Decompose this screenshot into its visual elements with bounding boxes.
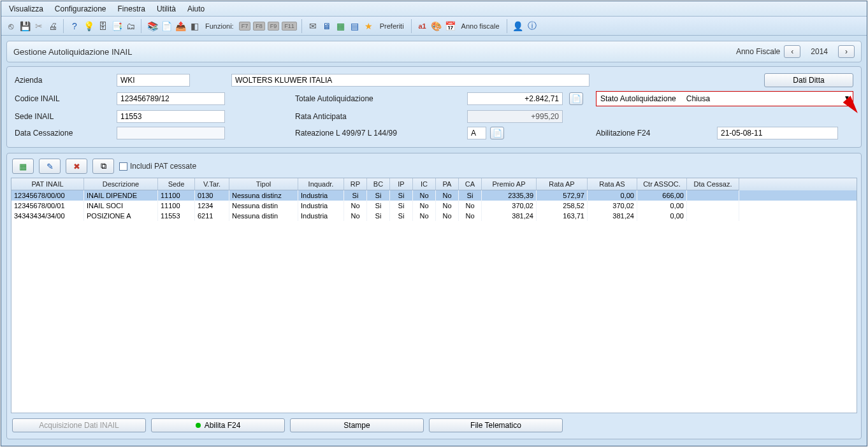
includi-pat-checkbox[interactable] (119, 162, 127, 171)
db2-icon[interactable]: 📑 (111, 20, 122, 32)
acquisizione-dati-button[interactable]: Acquisizione Dati INAIL (12, 418, 146, 432)
excel-icon[interactable]: ▦ (335, 20, 347, 32)
azienda-label: Azienda (15, 76, 110, 85)
anno-fiscale-label[interactable]: Anno fiscale (459, 22, 502, 30)
f8-key[interactable]: F8 (253, 22, 265, 31)
stato-value: Chiusa (683, 94, 853, 103)
toolbar: ⎋ 💾 ✂ 🖨 ? 💡 🗄 📑 🗂 📚 📄 📤 ◧ Funzioni: F7 F… (1, 17, 867, 36)
status-dot-icon (196, 423, 201, 428)
data-cessazione-label: Data Cessazione (15, 129, 110, 138)
f7-key[interactable]: F7 (239, 22, 251, 31)
table-row[interactable]: 34343434/34/00POSIZIONE A115536211Nessun… (11, 211, 857, 221)
menu-bar: Visualizza Configurazione Finestra Utili… (1, 1, 867, 17)
menu-visualizza[interactable]: Visualizza (4, 3, 48, 15)
save-icon[interactable]: 💾 (19, 20, 31, 32)
doc-icon[interactable]: 📄 (161, 20, 172, 32)
table-row[interactable]: 12345678/00/00INAIL DIPENDE111000130Ness… (11, 190, 857, 201)
abilita-f24-button[interactable]: Abilita F24 (151, 418, 285, 432)
bottom-buttons: Acquisizione Dati INAIL Abilita F24 Stam… (11, 413, 857, 432)
table-toolbar: ▦ ✎ ✖ ⧉ Includi PAT cessate (11, 157, 857, 178)
exit-icon[interactable]: ⎋ (5, 20, 17, 32)
info-icon[interactable]: ⓘ (526, 20, 538, 32)
stampe-button[interactable]: Stampe (290, 418, 424, 432)
sede-inail-label: Sede INAIL (15, 112, 110, 121)
copy-row-button[interactable]: ⧉ (92, 159, 114, 174)
rateazione-field[interactable]: A (467, 127, 486, 139)
dati-ditta-button[interactable]: Dati Ditta (764, 73, 853, 87)
stato-autoliquidazione-dropdown[interactable]: Stato Autoliquidazione Chiusa ▼ (596, 91, 853, 106)
menu-finestra[interactable]: Finestra (113, 3, 150, 15)
palette-icon[interactable]: 🎨 (431, 20, 442, 32)
print-icon[interactable]: 🖨 (47, 20, 59, 32)
file-telematico-button[interactable]: File Telematico (429, 418, 563, 432)
rateazione-label: Rateazione L 499/97 L 144/99 (295, 129, 461, 138)
edit-row-button[interactable]: ✎ (39, 159, 61, 174)
rata-anticipata-label: Rata Anticipata (295, 112, 461, 121)
fiscal-year-value: 2014 (804, 47, 834, 56)
totale-field: +2.842,71 (467, 92, 563, 105)
menu-utilita[interactable]: Utilità (152, 3, 181, 15)
mail-icon[interactable]: ✉ (307, 20, 319, 32)
fiscal-year-label: Anno Fiscale (736, 47, 780, 56)
f9-key[interactable]: F9 (268, 22, 280, 31)
add-row-button[interactable]: ▦ (12, 159, 34, 174)
cube-icon[interactable]: ◧ (189, 20, 200, 32)
a1-icon[interactable]: a1 (417, 20, 428, 32)
screen-icon[interactable]: 🖥 (321, 20, 333, 32)
dropdown-arrow-icon: ▼ (844, 94, 850, 101)
azienda-name-field: WOLTERS KLUWER ITALIA (231, 74, 590, 87)
menu-configurazione[interactable]: Configurazione (50, 3, 112, 15)
f11-key[interactable]: F11 (282, 22, 297, 31)
abilitazione-f24-label: Abilitazione F24 (596, 129, 711, 138)
word-icon[interactable]: ▤ (349, 20, 361, 32)
datagrid[interactable]: PAT INAILDescrizioneSedeV.Tar.TipolInqua… (11, 178, 857, 413)
grid-header: PAT INAILDescrizioneSedeV.Tar.TipolInqua… (11, 178, 857, 190)
rateazione-action-button[interactable]: 📄 (490, 127, 504, 139)
books-icon[interactable]: 📚 (147, 20, 158, 32)
abilitazione-f24-field[interactable]: 21-05-08-11 (717, 127, 838, 139)
print2-icon[interactable]: 📤 (175, 20, 186, 32)
help-icon[interactable]: ? (69, 20, 80, 32)
menu-aiuto[interactable]: Aiuto (182, 3, 210, 15)
calendar-icon[interactable]: 📅 (445, 20, 456, 32)
db3-icon[interactable]: 🗂 (125, 20, 136, 32)
star-icon[interactable]: ★ (363, 20, 375, 32)
totale-action-button[interactable]: 📄 (569, 92, 583, 105)
fiscal-year-next-button[interactable]: › (838, 45, 855, 58)
rata-anticipata-field: +995,20 (467, 110, 563, 123)
includi-pat-label: Includi PAT cessate (130, 162, 196, 171)
tip-icon[interactable]: 💡 (83, 20, 94, 32)
funzioni-label: Funzioni: (203, 22, 236, 30)
preferiti-label[interactable]: Preferiti (377, 22, 407, 30)
totale-label: Totale Autoliquidazione (295, 94, 461, 103)
table-row[interactable]: 12345678/00/01INAIL SOCI111001234Nessuna… (11, 201, 857, 211)
panel-title-bar: Gestione Autoliquidazione INAIL Anno Fis… (6, 41, 862, 62)
db-icon[interactable]: 🗄 (97, 20, 108, 32)
stato-label: Stato Autoliquidazione (597, 94, 683, 103)
data-cessazione-field[interactable] (117, 127, 225, 139)
user-icon[interactable]: 👤 (512, 20, 524, 32)
form-panel: Azienda WKI WOLTERS KLUWER ITALIA Dati D… (6, 66, 862, 148)
fiscal-year-prev-button[interactable]: ‹ (784, 45, 800, 58)
delete-row-button[interactable]: ✖ (66, 159, 87, 174)
codice-inail-field[interactable]: 123456789/12 (117, 92, 225, 105)
codice-inail-label: Codice INAIL (15, 94, 110, 103)
cut-icon[interactable]: ✂ (33, 20, 45, 32)
azienda-code-field[interactable]: WKI (117, 74, 190, 87)
page-title: Gestione Autoliquidazione INAIL (13, 47, 132, 57)
table-panel: ▦ ✎ ✖ ⧉ Includi PAT cessate PAT INAILDes… (6, 153, 862, 439)
sede-inail-field[interactable]: 11553 (117, 110, 225, 123)
